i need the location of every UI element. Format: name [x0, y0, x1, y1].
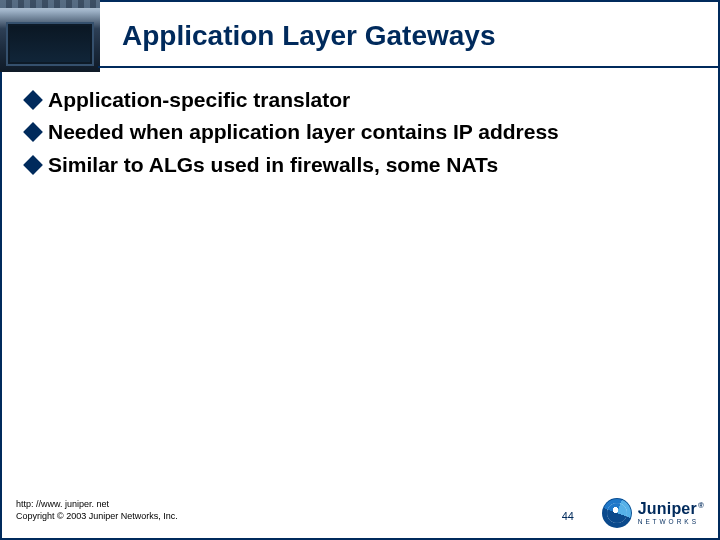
bullet-item: Application-specific translator	[26, 86, 694, 114]
footer-left: http: //www. juniper. net Copyright © 20…	[16, 498, 178, 522]
footer-copyright: Copyright © 2003 Juniper Networks, Inc.	[16, 510, 178, 522]
header-mini-brand: Juniper	[34, 38, 63, 47]
swirl-icon	[602, 498, 632, 528]
slide-content: Application-specific translator Needed w…	[26, 86, 694, 183]
footer-url: http: //www. juniper. net	[16, 498, 178, 510]
slide-header: Juniper Application Layer Gateways	[2, 2, 718, 74]
bullet-text: Application-specific translator	[48, 86, 694, 114]
slide: Juniper Application Layer Gateways Appli…	[0, 0, 720, 540]
bullet-text: Similar to ALGs used in firewalls, some …	[48, 151, 694, 179]
footer-tagline: N E T W O R K S	[638, 519, 704, 526]
footer-brand-text: Juniper	[638, 501, 697, 517]
slide-title: Application Layer Gateways	[122, 20, 495, 52]
diamond-bullet-icon	[23, 90, 43, 110]
header-divider	[98, 66, 718, 68]
diamond-bullet-icon	[23, 155, 43, 175]
header-photo: Juniper	[0, 0, 100, 72]
footer-wordmark: Juniper ® N E T W O R K S	[638, 501, 704, 526]
bullet-item: Similar to ALGs used in firewalls, some …	[26, 151, 694, 179]
swirl-icon	[12, 33, 30, 51]
footer-logo: Juniper ® N E T W O R K S	[602, 498, 704, 528]
bullet-item: Needed when application layer contains I…	[26, 118, 694, 146]
slide-footer: http: //www. juniper. net Copyright © 20…	[16, 480, 704, 528]
slide-number: 44	[562, 510, 574, 522]
registered-mark-icon: ®	[698, 502, 704, 510]
header-mini-logo: Juniper	[12, 28, 84, 56]
bullet-text: Needed when application layer contains I…	[48, 118, 694, 146]
diamond-bullet-icon	[23, 122, 43, 142]
footer-brand: Juniper ®	[638, 501, 704, 517]
